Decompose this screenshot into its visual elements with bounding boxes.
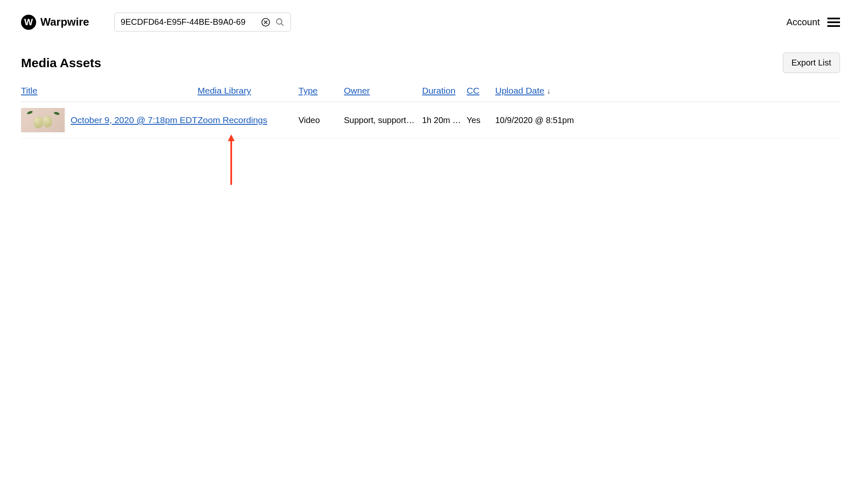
owner-cell: Support, support@… — [344, 116, 422, 125]
brand-logo[interactable]: W Warpwire — [21, 15, 89, 30]
sort-indicator-icon: ↓ — [547, 87, 551, 95]
type-cell: Video — [298, 116, 344, 125]
svg-marker-6 — [228, 134, 235, 141]
account-link[interactable]: Account — [787, 17, 820, 28]
search-box — [114, 13, 291, 32]
col-duration[interactable]: Duration — [422, 86, 455, 95]
svg-point-3 — [277, 18, 282, 24]
search-icon[interactable] — [275, 18, 285, 27]
table-row: October 9, 2020 @ 7:18pm EDT Zoom Record… — [21, 102, 840, 139]
title-cell: October 9, 2020 @ 7:18pm EDT — [21, 108, 198, 132]
col-owner[interactable]: Owner — [344, 86, 370, 95]
thumbnail[interactable] — [21, 108, 65, 132]
export-list-button[interactable]: Export List — [783, 52, 840, 73]
clear-search-icon[interactable] — [261, 18, 270, 27]
col-title[interactable]: Title — [21, 86, 37, 95]
warpwire-icon: W — [21, 15, 36, 30]
upload-date-cell: 10/9/2020 @ 8:51pm — [495, 116, 583, 125]
col-type[interactable]: Type — [298, 86, 318, 95]
menu-icon[interactable] — [827, 18, 840, 27]
asset-title-link[interactable]: October 9, 2020 @ 7:18pm EDT — [71, 115, 197, 125]
svg-line-4 — [281, 23, 284, 26]
col-media-library[interactable]: Media Library — [198, 86, 251, 95]
main-content: Media Assets Export List Title Media Lib… — [0, 40, 861, 151]
page-title: Media Assets — [21, 56, 101, 70]
cc-cell: Yes — [467, 116, 495, 125]
duration-cell: 1h 20m … — [422, 116, 467, 125]
col-cc[interactable]: CC — [467, 86, 479, 95]
search-input[interactable] — [121, 17, 256, 27]
header-right: Account — [787, 17, 840, 28]
media-library-link[interactable]: Zoom Recordings — [198, 115, 267, 125]
table-header: Title Media Library Type Owner Duration … — [21, 86, 840, 102]
brand-name: Warpwire — [40, 16, 89, 29]
title-row: Media Assets Export List — [21, 52, 840, 73]
app-header: W Warpwire Account — [0, 0, 861, 40]
annotation-arrow-icon — [227, 134, 235, 151]
col-upload-date[interactable]: Upload Date — [495, 86, 544, 95]
